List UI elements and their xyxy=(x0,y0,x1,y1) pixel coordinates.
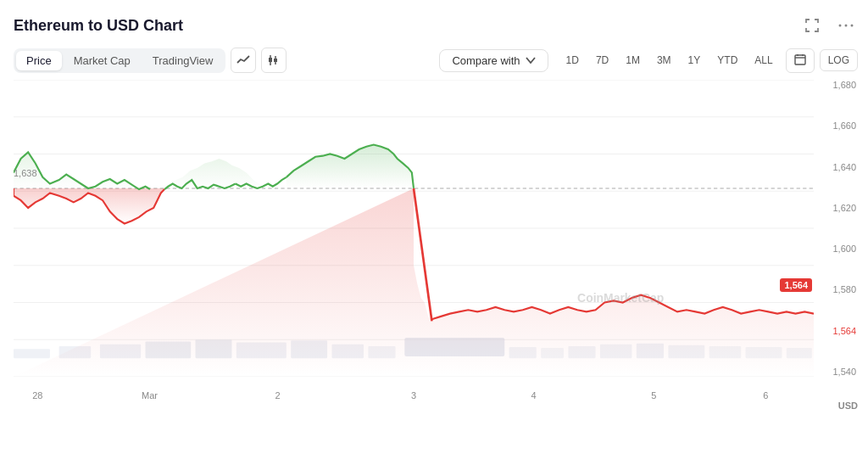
compare-with-button[interactable]: Compare with xyxy=(439,49,548,72)
time-3m[interactable]: 3M xyxy=(649,50,679,70)
tab-tradingview[interactable]: TradingView xyxy=(142,51,224,70)
time-7d[interactable]: 7D xyxy=(588,50,616,70)
x-label-5: 5 xyxy=(651,390,656,401)
expand-icon[interactable] xyxy=(800,14,824,37)
time-1d[interactable]: 1D xyxy=(559,50,587,70)
y-label-1680: 1,680 xyxy=(832,80,856,90)
tab-marketcap[interactable]: Market Cap xyxy=(64,51,141,70)
y-label-1620: 1,620 xyxy=(832,203,856,213)
line-chart-icon[interactable] xyxy=(231,48,256,73)
time-period-group: 1D 7D 1M 3M 1Y YTD ALL xyxy=(559,50,781,70)
chart-container: Ethereum to USD Chart Price Market Cap xyxy=(0,0,868,465)
x-label-6: 6 xyxy=(763,390,768,401)
y-label-1564: 1,564 xyxy=(832,326,856,336)
x-label-4: 4 xyxy=(531,390,537,401)
chart-area: CoinMarketCap 1,680 1,660 1,640 1,620 1,… xyxy=(14,80,858,411)
calendar-button[interactable] xyxy=(786,48,815,73)
time-1m[interactable]: 1M xyxy=(618,50,648,70)
view-tab-group: Price Market Cap TradingView xyxy=(14,48,225,73)
svg-point-1 xyxy=(845,25,848,27)
header-icons xyxy=(800,14,858,37)
y-label-1640: 1,640 xyxy=(832,162,856,172)
reference-line-label: 1,638 xyxy=(14,168,37,178)
x-axis: 28 Mar 2 3 4 5 6 xyxy=(14,390,814,411)
time-1y[interactable]: 1Y xyxy=(681,50,709,70)
x-label-mar: Mar xyxy=(142,390,158,401)
current-price-badge: 1,564 xyxy=(780,278,812,292)
x-label-3: 3 xyxy=(411,390,416,401)
compare-label: Compare with xyxy=(452,54,520,67)
more-options-icon[interactable] xyxy=(834,14,858,37)
svg-rect-7 xyxy=(795,55,805,64)
chart-header: Ethereum to USD Chart xyxy=(14,14,858,37)
y-label-1540: 1,540 xyxy=(832,367,856,377)
svg-point-0 xyxy=(839,25,842,27)
candle-chart-icon[interactable] xyxy=(261,48,287,73)
usd-label: USD xyxy=(838,401,858,411)
x-label-28: 28 xyxy=(32,390,42,401)
tab-price[interactable]: Price xyxy=(16,51,62,70)
time-ytd[interactable]: YTD xyxy=(709,50,745,70)
watermark: CoinMarketCap xyxy=(577,291,665,305)
time-all[interactable]: ALL xyxy=(747,50,780,70)
svg-rect-24 xyxy=(14,349,50,358)
x-label-2: 2 xyxy=(275,390,280,401)
toolbar: Price Market Cap TradingView Compare wit… xyxy=(14,48,858,73)
svg-point-2 xyxy=(851,25,854,27)
y-axis: 1,680 1,660 1,640 1,620 1,600 1,580 1,56… xyxy=(817,80,858,377)
y-label-1580: 1,580 xyxy=(832,284,856,294)
log-button[interactable]: LOG xyxy=(820,49,858,71)
svg-rect-6 xyxy=(274,59,277,62)
svg-rect-4 xyxy=(269,58,272,62)
y-label-1600: 1,600 xyxy=(832,244,856,254)
price-chart-svg: CoinMarketCap xyxy=(14,80,814,377)
y-label-1660: 1,660 xyxy=(832,120,856,131)
chart-title: Ethereum to USD Chart xyxy=(14,17,183,35)
